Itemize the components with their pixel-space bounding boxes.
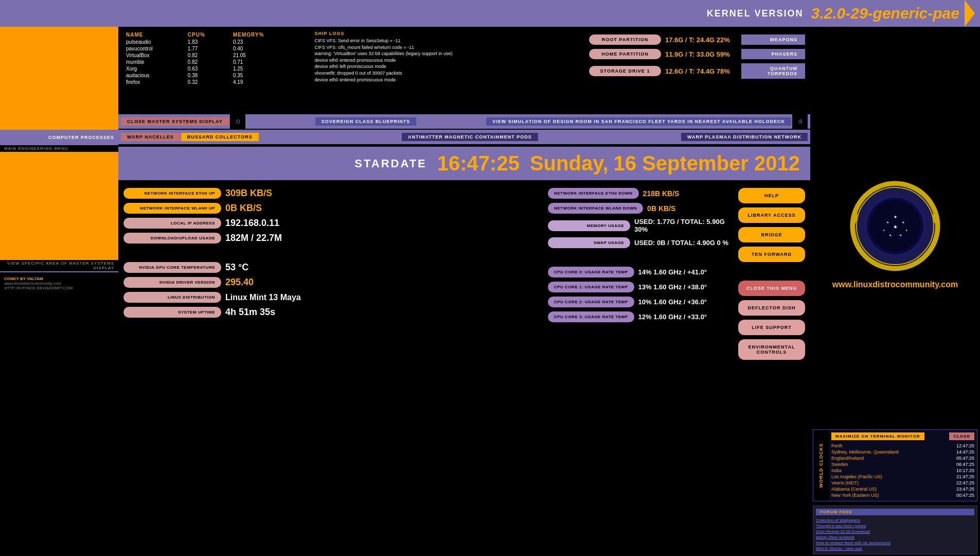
distro-value: Linux Mint 13 Maya	[225, 293, 301, 302]
stardate-time: 16:47:25	[437, 152, 520, 175]
forum-feed-entry[interactable]: Collection of Wallpapers	[816, 517, 974, 523]
memory-label: MEMORY USAGE	[548, 220, 630, 231]
deflector-btn[interactable]: DEFLECTOR DISH	[738, 300, 805, 316]
blueprints-btn[interactable]: SOVEREIGN CLASS BLUEPRINTS	[315, 117, 417, 126]
process-cpu: 0.63	[188, 65, 233, 72]
kernel-label: KERNEL VERSION	[707, 8, 804, 19]
stardate-day: Sunday,	[530, 152, 609, 175]
forum-feed-entry[interactable]: Mint & Ubuntu - new user	[816, 546, 974, 551]
quantum-torpedos-btn[interactable]: QUANTUM TORPEDOS	[741, 63, 805, 79]
process-mem: 0.40	[233, 45, 303, 52]
ten-forward-btn[interactable]: TEN FORWARD	[738, 247, 805, 262]
world-clock-row: Alabama (Central US) 23:47:25	[831, 486, 974, 492]
process-cpu: 0.82	[188, 59, 233, 65]
help-btn[interactable]: HELP	[738, 188, 805, 203]
dashboard: NETWORK INTERFACE ETH0 UP 309B KB/S NETW…	[118, 180, 810, 556]
right-buttons: HELP LIBRARY ACCESS BRIDGE TEN FORWARD C…	[738, 188, 805, 548]
world-clocks-content: MAXIMIZE ON TERMINAL MONITOR CLOSE Perth…	[829, 430, 977, 501]
process-name: mumble	[126, 59, 188, 65]
process-row: mumble 0.82 0.71	[126, 59, 303, 65]
main-engineering-menu-label: MAIN ENGINEERING MENU	[0, 145, 118, 152]
process-cpu: 1.77	[188, 45, 233, 52]
warp-nacelles-btn[interactable]: WARP NACELLES	[121, 133, 180, 141]
wlan0-down-item: NETWORK INTERFACE WLAN0 DOWN 0B KB/S	[548, 203, 733, 214]
eth0-up-value: 309B KB/S	[225, 188, 272, 199]
svg-text:★: ★	[886, 221, 889, 224]
stardate-banner: STARDATE 16:47:25 Sunday, 16 September 2…	[118, 147, 810, 180]
left-metrics: NETWORK INTERFACE ETH0 UP 309B KB/S NETW…	[123, 188, 543, 548]
wc-time: 06:47:25	[956, 462, 974, 467]
forum-feed-entry[interactable]: Thought it was time I joined	[816, 523, 974, 529]
nav-bar-1: CLOSE MASTER SYSTEMS DISPLAY :0 SOVEREIG…	[118, 114, 810, 129]
process-name: pavucontrol	[126, 45, 188, 52]
bridge-btn[interactable]: BRIDGE	[738, 227, 805, 242]
nav-sep-2: :8	[792, 114, 808, 129]
warp-plasma-btn[interactable]: WARP PLASMAA DISTRIBUTION NETWORK	[681, 133, 808, 141]
svg-text:★: ★	[902, 221, 904, 224]
forum-feed-entry[interactable]: Zorin Respin 32 bit Download	[816, 529, 974, 534]
forum-feed-entry[interactable]: laptop i3wm screenie	[816, 534, 974, 540]
process-row: pavucontrol 1.77 0.40	[126, 45, 303, 52]
wlan0-down-value: 0B KB/S	[647, 204, 675, 213]
svg-text:★: ★	[893, 224, 898, 230]
process-name: firefox	[126, 79, 188, 85]
process-row: Xorg 0.63 1.25	[126, 65, 303, 72]
main-layout: COMPUTER PROCESSES MAIN ENGINEERING MENU…	[0, 27, 980, 556]
env-controls-btn[interactable]: ENVIRONMENTAL CONTROLS	[738, 339, 805, 360]
forum-feed: FORUM FEED Collection of WallpapersThoug…	[813, 506, 977, 554]
right-panel: ★ ★ ★ ★ ★ ★ ★ ★ www.linuxdistrocommunity…	[810, 27, 980, 556]
forum-feed-entry[interactable]: How to replace flash with vlc workaround	[816, 540, 974, 546]
wc-time: 21:47:25	[956, 474, 974, 479]
process-name: VirtualBox	[126, 52, 188, 59]
log-entry: device eth0 left promiscuous mode	[315, 63, 580, 70]
library-btn[interactable]: LIBRARY ACCESS	[738, 207, 805, 223]
process-mem: 0.71	[233, 59, 303, 65]
wc-city: Los Angeles (Pacific US)	[831, 474, 882, 479]
antimatter-btn[interactable]: ANTIMATTER MAGNETIC CONTAINMENT PODS	[402, 133, 538, 141]
stardate-label: STARDATE	[354, 157, 427, 170]
close-master-btn[interactable]: CLOSE MASTER SYSTEMS DISPLAY	[121, 117, 229, 126]
cpu3-value: 12% 1.60 GHz / +33.0°	[638, 313, 707, 321]
process-area: NAME CPU% MEMORY% pulseaudio 1.83 0.23pa…	[118, 27, 810, 114]
log-entry: CIFS VFS: Send error in SessSetup = -11	[315, 38, 580, 44]
nav-sep-1: :0	[230, 114, 245, 129]
home-partition-label: HOME PARTITION	[589, 49, 661, 59]
wc-time: 22:47:25	[956, 480, 974, 485]
world-clocks-rows: Perth 12:47:25Sydney, Melbourne, Queensl…	[831, 443, 974, 498]
forum-feed-title: FORUM FEED	[816, 509, 974, 515]
weapons-btn[interactable]: WEAPONS	[741, 34, 805, 45]
process-mem: 21.05	[233, 52, 303, 59]
cpu0-label: CPU CORE 0: USAGE RATE TEMP	[548, 267, 634, 277]
svg-text:★: ★	[899, 234, 902, 237]
bussard-btn[interactable]: BUSSARD COLLECTORS	[181, 133, 259, 141]
wc-city: Sydney, Melbourne, Queensland	[831, 449, 898, 455]
ufp-logo: ★ ★ ★ ★ ★ ★ ★ ★	[849, 180, 941, 272]
process-cpu: 1.83	[188, 39, 233, 45]
process-cpu: 0.82	[188, 52, 233, 59]
wc-city: Alabama (Central US)	[831, 486, 877, 492]
view-sim-btn[interactable]: VIEW SIMULATION OF DESIGN ROOM IN SAN FR…	[486, 117, 791, 126]
world-clock-row: Sweden 06:47:25	[831, 461, 974, 467]
process-name: audacious	[126, 72, 188, 79]
wc-time: 23:47:25	[956, 486, 974, 492]
cpu2-item: CPU CORE 2: USAGE RATE TEMP 10% 1.60 GHz…	[548, 297, 733, 307]
phasers-btn[interactable]: PHASERS	[741, 49, 805, 59]
ip-label: LOCAL IP ADDRESS	[123, 218, 221, 229]
gpu-temp-item: NVIDIA GPU CORE TEMPERATURE 53 °C	[123, 262, 543, 273]
life-support-btn[interactable]: LIFE SUPPORT	[738, 320, 805, 335]
driver-label: NVIDIA DRIVER VERSION	[123, 277, 221, 288]
close-menu-btn[interactable]: CLOSE THIS MENU	[738, 281, 805, 296]
ship-logs-container: CIFS VFS: Send error in SessSetup = -11C…	[315, 38, 580, 83]
maximize-terminal-btn[interactable]: MAXIMIZE ON TERMINAL MONITOR	[831, 432, 924, 440]
website-url: www.linuxdistrocommunity.com	[832, 280, 958, 289]
process-mem: 1.25	[233, 65, 303, 72]
world-clocks-close-btn[interactable]: CLOSE	[949, 432, 974, 440]
cpu1-value: 13% 1.60 GHz / +38.0°	[638, 283, 707, 291]
eth0-up-label: NETWORK INTERFACE ETH0 UP	[123, 188, 221, 199]
process-mem: 0.35	[233, 72, 303, 79]
log-entry: CIFS VFS: cifs_mount failed w/return cod…	[315, 44, 580, 51]
process-mem: 0.23	[233, 39, 303, 45]
log-entry: vboxnetfit: dropped 0 out of 30007 packe…	[315, 70, 580, 77]
gpu-temp-label: NVIDIA GPU CORE TEMPERATURE	[123, 262, 221, 273]
footer-website: www.linuxdistrocommunity.com	[4, 281, 114, 286]
